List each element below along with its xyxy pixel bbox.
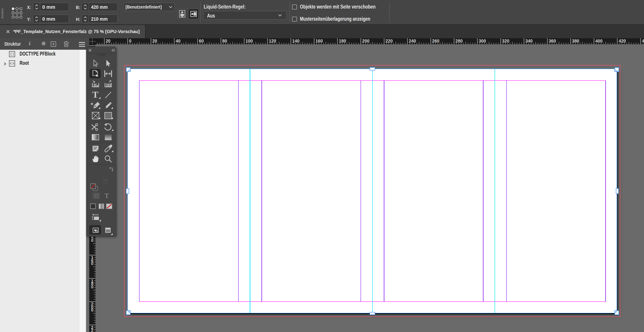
svg-text:0: 0 [129, 38, 131, 44]
svg-text:400: 400 [595, 38, 602, 44]
svg-text:80: 80 [222, 38, 227, 44]
svg-text:300: 300 [479, 38, 486, 44]
svg-text:240: 240 [409, 38, 416, 44]
svg-text:0: 0 [91, 238, 94, 243]
svg-text:20: 20 [106, 38, 110, 44]
svg-text:40: 40 [176, 38, 180, 44]
svg-text:220: 220 [386, 38, 393, 44]
svg-text:120: 120 [269, 38, 276, 44]
svg-text:0: 0 [91, 308, 94, 313]
svg-text:140: 140 [292, 38, 300, 44]
svg-text:180: 180 [339, 38, 346, 44]
svg-text:320: 320 [502, 38, 509, 44]
svg-text:100: 100 [246, 38, 253, 44]
svg-text:160: 160 [316, 38, 323, 44]
svg-text:20: 20 [152, 38, 157, 44]
svg-text:0: 0 [91, 331, 94, 332]
svg-text:260: 260 [432, 38, 440, 44]
svg-text:0: 0 [91, 285, 94, 289]
svg-text:360: 360 [549, 38, 556, 44]
svg-text:420: 420 [618, 38, 626, 44]
svg-text:440: 440 [642, 38, 644, 44]
svg-text:0: 0 [91, 261, 94, 266]
svg-text:280: 280 [456, 38, 462, 44]
svg-text:200: 200 [362, 38, 369, 44]
svg-text:60: 60 [199, 38, 204, 44]
svg-text:340: 340 [526, 38, 533, 44]
svg-text:380: 380 [572, 38, 579, 44]
